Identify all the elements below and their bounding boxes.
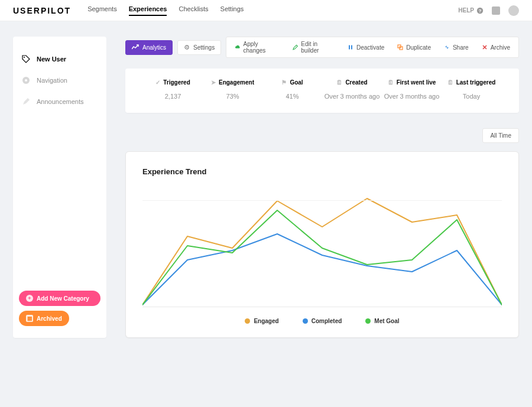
svg-point-6 — [186, 47, 187, 48]
edit-builder-button[interactable]: Edit in builder — [293, 41, 335, 54]
sidebar-item-announcements[interactable]: Announcements — [13, 91, 106, 112]
svg-rect-8 — [351, 45, 352, 50]
archive-button[interactable]: Archive — [482, 44, 510, 51]
actions-panel: Apply changes Edit in builder Deactivate… — [226, 37, 519, 58]
calendar-icon: 🗓 — [388, 79, 394, 86]
close-icon — [482, 44, 488, 50]
sidebar: New User Navigation Announcements + Add … — [13, 37, 106, 338]
legend-item: Met Goal — [365, 318, 399, 324]
legend-label: Engaged — [254, 318, 278, 324]
pen-icon — [21, 97, 31, 106]
sidebar-item-navigation[interactable]: Navigation — [13, 70, 106, 91]
calendar-icon: 🗓 — [336, 79, 342, 86]
chart-area — [142, 189, 502, 307]
avatar[interactable] — [508, 5, 519, 16]
chart-title: Experience Trend — [142, 167, 502, 176]
gear-icon — [184, 44, 190, 50]
stat-bar: ✓Triggered 2,137 ➤Engagement 73% ⚑Goal 4… — [125, 69, 519, 113]
help-icon: ? — [476, 7, 484, 14]
sidebar-item-label: Navigation — [37, 77, 67, 84]
help-label: HELP — [458, 7, 474, 14]
analytics-icon — [132, 44, 139, 50]
main: Analytics Settings Apply changes Edit in… — [125, 37, 519, 338]
plus-icon: + — [26, 295, 33, 302]
brand-logo: USERPILOT — [13, 6, 71, 15]
add-category-button[interactable]: + Add New Category — [19, 291, 100, 306]
legend-label: Completed — [312, 318, 342, 324]
pause-icon — [348, 44, 353, 50]
action-bar: Analytics Settings Apply changes Edit in… — [125, 37, 519, 58]
chart-legend: EngagedCompletedMet Goal — [142, 318, 502, 324]
docs-icon[interactable] — [492, 6, 500, 15]
sidebar-item-new-user[interactable]: New User — [13, 48, 106, 70]
legend-item: Engaged — [245, 318, 278, 324]
legend-item: Completed — [303, 318, 342, 324]
stat-goal: ⚑Goal 41% — [262, 79, 322, 100]
chart-card: Experience Trend EngagedCompletedMet Goa… — [125, 151, 519, 338]
calendar-icon: 🗓 — [447, 79, 453, 86]
copy-icon — [397, 44, 403, 50]
dot-icon — [21, 76, 31, 85]
archived-label: Archived — [37, 315, 62, 322]
stat-engagement: ➤Engagement 73% — [203, 79, 262, 100]
time-filter-button[interactable]: All Time — [482, 128, 519, 143]
nav-checklists[interactable]: Checklists — [179, 5, 208, 16]
nav-settings[interactable]: Settings — [220, 5, 244, 16]
svg-text:?: ? — [479, 8, 482, 14]
archived-button[interactable]: ▦ Archived — [19, 311, 69, 326]
analytics-label: Analytics — [142, 44, 166, 51]
legend-swatch — [303, 318, 308, 324]
nav-links: Segments Experiences Checklists Settings — [87, 5, 244, 16]
settings-tab[interactable]: Settings — [177, 40, 221, 55]
legend-swatch — [365, 318, 371, 324]
pencil-icon — [293, 44, 298, 50]
top-nav: USERPILOT Segments Experiences Checklist… — [0, 0, 532, 21]
share-button[interactable]: Share — [444, 44, 469, 51]
settings-label: Settings — [193, 44, 215, 51]
stat-created: 🗓Created Over 3 months ago — [322, 79, 382, 100]
nav-segments[interactable]: Segments — [87, 5, 117, 16]
svg-rect-7 — [349, 45, 350, 50]
cloud-icon — [235, 44, 240, 50]
archive-icon: ▦ — [26, 315, 33, 322]
sidebar-item-label: Announcements — [37, 98, 84, 105]
stat-first-live: 🗓First went live Over 3 months ago — [382, 79, 442, 100]
deactivate-button[interactable]: Deactivate — [348, 44, 384, 51]
link-icon — [444, 44, 450, 50]
line-chart — [142, 189, 502, 307]
nav-experiences[interactable]: Experiences — [129, 5, 167, 16]
help-link[interactable]: HELP ? — [458, 7, 484, 14]
sidebar-item-label: New User — [37, 56, 66, 63]
apply-changes-button[interactable]: Apply changes — [235, 41, 280, 54]
stat-last-triggered: 🗓Last triggered Today — [442, 79, 501, 100]
check-icon: ✓ — [155, 79, 160, 86]
duplicate-button[interactable]: Duplicate — [397, 44, 431, 51]
svg-point-4 — [25, 79, 27, 82]
legend-swatch — [245, 318, 250, 324]
send-icon: ➤ — [211, 79, 216, 86]
tag-icon — [21, 54, 31, 64]
stat-triggered: ✓Triggered 2,137 — [143, 79, 203, 100]
analytics-tab[interactable]: Analytics — [125, 40, 173, 55]
flag-icon: ⚑ — [281, 79, 287, 86]
svg-point-2 — [24, 57, 25, 58]
legend-label: Met Goal — [374, 318, 399, 324]
add-category-label: Add New Category — [37, 295, 89, 302]
